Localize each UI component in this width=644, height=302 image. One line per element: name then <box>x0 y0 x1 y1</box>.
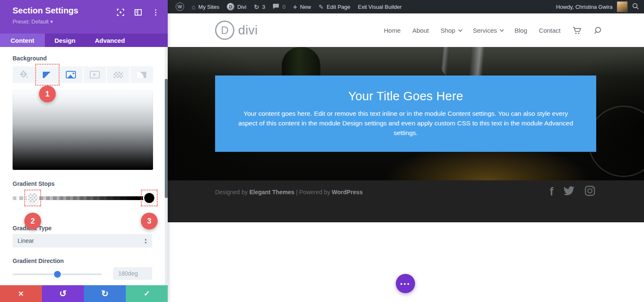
wordpress-link[interactable]: WordPress <box>332 189 363 195</box>
more-options-icon[interactable]: ⋮ <box>151 8 160 17</box>
comments-count: 0 <box>282 4 285 10</box>
updates-refresh-icon: ↻ <box>254 4 260 10</box>
page-preview: W ⌂ My Sites D Divi ↻ 3 <box>168 0 644 302</box>
instagram-icon[interactable] <box>584 185 595 198</box>
annotation-badge-3: 3 <box>141 213 158 229</box>
divi-menu[interactable]: D Divi <box>223 0 250 13</box>
divi-d-logo-icon: D <box>215 21 234 40</box>
tab-advanced[interactable]: Advanced <box>85 34 135 47</box>
hero-body: Your content goes here. Edit or remove t… <box>238 109 574 138</box>
admin-search-icon[interactable] <box>632 3 639 11</box>
redo-icon: ↻ <box>101 289 109 299</box>
comments-menu[interactable]: 0 <box>269 0 289 13</box>
background-image-button[interactable] <box>60 66 82 83</box>
new-content-menu[interactable]: + New <box>289 0 315 13</box>
exit-visual-builder-button[interactable]: Exit Visual Builder <box>354 0 406 13</box>
undo-button[interactable]: ↺ <box>42 285 84 302</box>
nav-label: About <box>412 27 428 34</box>
focus-mode-icon[interactable] <box>116 8 125 17</box>
elegant-themes-link[interactable]: Elegant Themes <box>249 189 294 195</box>
panel-layout-icon[interactable] <box>133 8 143 17</box>
gradient-direction-input[interactable] <box>113 267 152 280</box>
admin-bar-left-group: W ⌂ My Sites D Divi ↻ 3 <box>168 0 405 13</box>
gradient-type-select[interactable]: Linear ▲▼ <box>13 234 152 247</box>
nav-item-contact[interactable]: Contact <box>539 27 561 34</box>
wp-admin-bar: W ⌂ My Sites D Divi ↻ 3 <box>168 0 644 13</box>
nav-item-blog[interactable]: Blog <box>514 27 527 34</box>
panel-body: Background <box>0 47 168 285</box>
nav-label: Services <box>473 27 497 34</box>
save-button[interactable]: ✓ <box>126 285 168 302</box>
chevron-down-icon <box>500 28 504 32</box>
nav-label: Contact <box>539 27 561 34</box>
hero-title: Your Title Goes Here <box>215 89 596 103</box>
nav-label: Blog <box>514 27 527 34</box>
updates-menu[interactable]: ↻ 3 <box>250 0 269 13</box>
wp-logo-menu[interactable]: W <box>172 0 188 13</box>
section-options-button[interactable]: ••• <box>396 274 415 293</box>
caret-down-icon: ▾ <box>50 18 53 25</box>
tab-content[interactable]: Content <box>0 34 45 47</box>
panel-footer-actions: ✕ ↺ ↻ ✓ <box>0 285 168 302</box>
background-pattern-button[interactable] <box>107 66 130 83</box>
background-mask-button[interactable] <box>130 66 153 83</box>
panel-title: Section Settings <box>13 6 78 16</box>
panel-header-icons: ⋮ <box>116 0 160 24</box>
hero-text-module[interactable]: Your Title Goes Here Your content goes h… <box>215 76 596 152</box>
background-color-button[interactable] <box>13 66 35 83</box>
my-sites-menu[interactable]: ⌂ My Sites <box>188 0 223 13</box>
edit-page-menu[interactable]: ✎ Edit Page <box>315 0 354 13</box>
tab-design[interactable]: Design <box>45 34 85 47</box>
preset-label: Preset: Default <box>13 18 49 25</box>
gradient-direction-label: Gradient Direction <box>13 258 64 264</box>
annotation-badge-2: 2 <box>24 213 41 229</box>
undo-icon: ↺ <box>59 289 67 299</box>
nav-item-shop[interactable]: Shop <box>441 27 461 34</box>
updates-count: 3 <box>262 4 265 10</box>
site-header: D divi Home About Shop Services Blog Con… <box>168 13 644 47</box>
hero-photo-pan <box>588 106 644 177</box>
discard-button[interactable]: ✕ <box>0 285 42 302</box>
mask-icon <box>137 72 146 78</box>
gradient-direction-control <box>13 267 153 281</box>
edit-page-label: Edit Page <box>327 4 350 10</box>
close-icon: ✕ <box>18 290 23 298</box>
preset-selector[interactable]: Preset: Default ▾ <box>13 18 53 25</box>
gradient-stops-label: Gradient Stops <box>13 180 55 187</box>
redo-button[interactable]: ↻ <box>84 285 126 302</box>
pencil-icon: ✎ <box>319 4 324 10</box>
site-logo[interactable]: D divi <box>215 13 258 47</box>
footer-credits: Designed by Elegant Themes | Powered by … <box>215 189 363 195</box>
hero-section: Your Title Goes Here Your content goes h… <box>168 47 644 180</box>
nav-item-services[interactable]: Services <box>473 27 503 34</box>
annotation-badge-1: 1 <box>39 86 56 102</box>
background-video-button[interactable] <box>83 66 106 83</box>
footer-social-icons: f <box>550 185 595 198</box>
new-label: New <box>300 4 311 10</box>
twitter-icon[interactable] <box>564 186 574 197</box>
background-type-switcher <box>13 66 153 83</box>
plus-icon: + <box>293 3 297 10</box>
panel-header: Section Settings Preset: Default ▾ ⋮ <box>0 0 168 34</box>
site-search-icon[interactable] <box>593 26 602 35</box>
background-label: Background <box>13 55 47 62</box>
panel-scrollbar-thumb[interactable] <box>165 79 168 198</box>
check-icon: ✓ <box>143 289 150 298</box>
gradient-direction-slider-handle[interactable] <box>54 271 61 278</box>
facebook-icon[interactable]: f <box>550 186 553 198</box>
site-nav: Home About Shop Services Blog Contact <box>384 13 602 47</box>
nav-item-home[interactable]: Home <box>384 27 400 34</box>
cart-icon[interactable] <box>572 26 582 35</box>
nav-item-about[interactable]: About <box>412 27 428 34</box>
hero-photo-glass <box>439 47 495 80</box>
annotation-outline-left-stop <box>24 190 41 206</box>
chevron-down-icon <box>458 28 462 32</box>
divi-menu-label: Divi <box>237 4 247 10</box>
select-arrows-icon: ▲▼ <box>144 238 147 244</box>
divi-visual-builder: W ⌂ My Sites D Divi ↻ 3 <box>0 0 644 302</box>
user-avatar[interactable] <box>617 1 628 12</box>
howdy-label[interactable]: Howdy, Christina Gwira <box>556 4 613 10</box>
gradient-preview-swatch[interactable] <box>13 90 153 170</box>
site-footer: Designed by Elegant Themes | Powered by … <box>168 180 644 222</box>
my-sites-icon: ⌂ <box>192 4 195 10</box>
